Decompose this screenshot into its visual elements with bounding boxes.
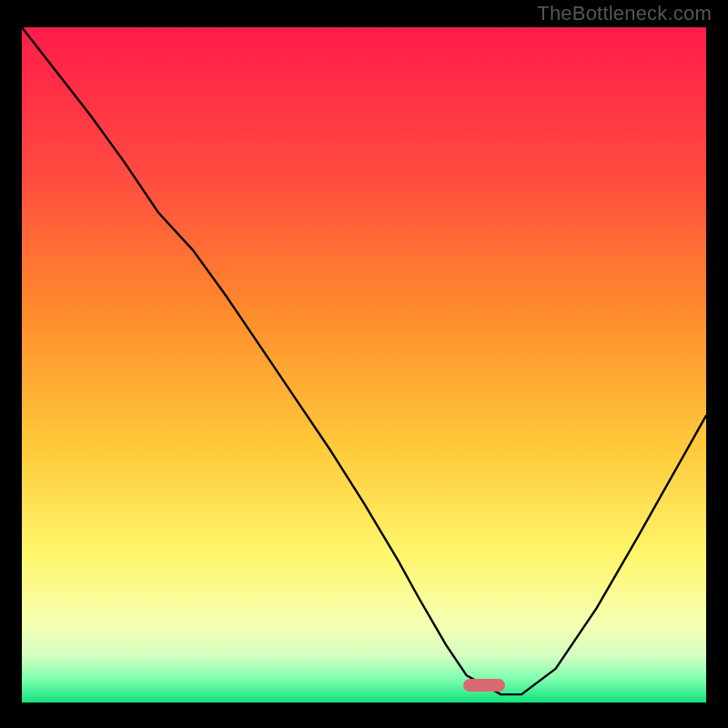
chart-frame: TheBottleneck.com	[0, 0, 728, 728]
watermark-text: TheBottleneck.com	[537, 2, 712, 25]
bottleneck-curve	[22, 27, 706, 703]
optimum-marker	[463, 679, 505, 692]
plot-area	[22, 27, 706, 703]
